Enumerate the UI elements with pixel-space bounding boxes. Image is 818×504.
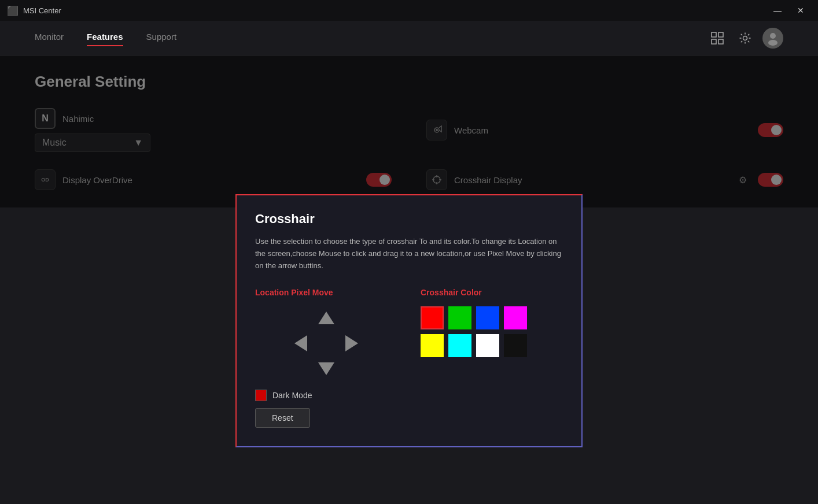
- close-button[interactable]: ✕: [790, 2, 811, 19]
- crosshair-modal: Crosshair Use the selection to choose th…: [235, 194, 583, 447]
- svg-point-6: [768, 40, 778, 46]
- tab-support[interactable]: Support: [146, 32, 177, 44]
- svg-rect-3: [718, 39, 723, 44]
- pixel-move-bottom-row: [315, 357, 338, 380]
- arrow-up-button[interactable]: [315, 306, 338, 329]
- color-button-blue[interactable]: [476, 306, 499, 329]
- color-button-white[interactable]: [476, 334, 499, 357]
- settings-icon-button[interactable]: [735, 28, 756, 49]
- modal-body: Location Pixel Move: [255, 288, 563, 428]
- minimize-button[interactable]: —: [767, 2, 788, 19]
- pixel-move-controls: [255, 306, 397, 380]
- svg-rect-2: [712, 39, 716, 44]
- arrow-left-button[interactable]: [289, 332, 312, 355]
- svg-point-5: [770, 33, 776, 39]
- color-button-red[interactable]: [421, 306, 444, 329]
- center-spacer: [315, 332, 338, 355]
- arrow-down-button[interactable]: [315, 357, 338, 380]
- modal-title: Crosshair: [255, 212, 563, 227]
- color-button-green[interactable]: [448, 306, 471, 329]
- title-bar: ⬛ MSI Center — ✕: [0, 0, 818, 21]
- color-grid: [421, 306, 563, 357]
- modal-overlay[interactable]: [0, 55, 818, 207]
- svg-rect-1: [718, 32, 723, 37]
- dark-mode-row: Dark Mode: [255, 390, 397, 401]
- crosshair-color-section: Crosshair Color: [421, 288, 563, 357]
- color-button-yellow[interactable]: [421, 334, 444, 357]
- dark-mode-color-swatch: [255, 390, 267, 401]
- nav-tabs: Monitor Features Support: [35, 32, 707, 44]
- app-title-area: ⬛ MSI Center: [7, 5, 61, 16]
- color-button-magenta[interactable]: [504, 306, 527, 329]
- crosshair-color-label: Crosshair Color: [421, 288, 563, 297]
- main-content: General Setting N Nahimic Music ▼ We: [0, 55, 818, 207]
- tab-features[interactable]: Features: [87, 32, 123, 44]
- nav-icons: [707, 28, 783, 49]
- grid-view-button[interactable]: [707, 28, 728, 49]
- svg-point-4: [743, 36, 747, 40]
- app-title: MSI Center: [23, 6, 61, 15]
- window-controls: — ✕: [767, 2, 811, 19]
- pixel-move-middle-row: [289, 332, 363, 355]
- modal-description: Use the selection to choose the type of …: [255, 236, 563, 272]
- user-avatar[interactable]: [762, 28, 783, 49]
- tab-monitor[interactable]: Monitor: [35, 32, 64, 44]
- color-button-cyan[interactable]: [448, 334, 471, 357]
- pixel-move-section: Location Pixel Move: [255, 288, 397, 428]
- pixel-move-top-row: [315, 306, 338, 329]
- reset-button[interactable]: Reset: [255, 408, 310, 428]
- color-button-black[interactable]: [504, 334, 527, 357]
- pixel-move-label: Location Pixel Move: [255, 288, 397, 297]
- svg-rect-0: [712, 32, 716, 37]
- arrow-right-button[interactable]: [340, 332, 363, 355]
- nav-bar: Monitor Features Support: [0, 21, 818, 55]
- dark-mode-label: Dark Mode: [272, 391, 312, 400]
